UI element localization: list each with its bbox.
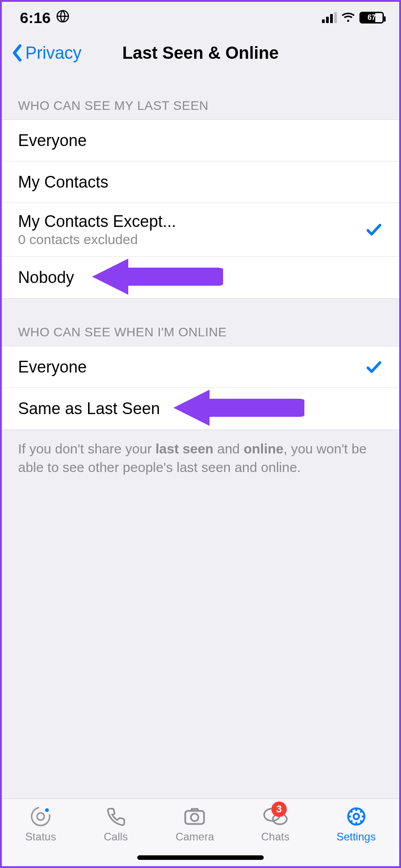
status-bar: 6:16 67 — [2, 2, 399, 33]
checkmark-icon — [365, 358, 383, 376]
nav-header: Privacy Last Seen & Online — [2, 33, 399, 72]
battery-level: 67 — [361, 14, 382, 22]
status-time: 6:16 — [20, 9, 51, 27]
svg-point-2 — [37, 813, 44, 820]
option-same-as-last-seen[interactable]: Same as Last Seen — [2, 388, 399, 429]
tab-label: Chats — [261, 830, 289, 843]
checkmark-icon — [365, 221, 383, 239]
tab-label: Status — [25, 830, 56, 843]
section-header-last-seen: WHO CAN SEE MY LAST SEEN — [2, 72, 399, 119]
tab-chats[interactable]: 3 Chats — [261, 805, 289, 843]
tab-calls[interactable]: Calls — [103, 805, 128, 843]
globe-icon — [56, 9, 70, 27]
svg-point-5 — [191, 814, 199, 821]
svg-point-3 — [45, 808, 49, 812]
tab-label: Settings — [336, 830, 376, 843]
home-indicator[interactable] — [137, 855, 264, 860]
status-left: 6:16 — [20, 9, 70, 27]
option-everyone-online[interactable]: Everyone — [2, 346, 399, 388]
back-button[interactable]: Privacy — [11, 43, 82, 63]
option-label: Same as Last Seen — [18, 399, 160, 418]
section-header-online: WHO CAN SEE WHEN I'M ONLINE — [2, 299, 399, 346]
chevron-left-icon — [11, 44, 23, 61]
annotation-arrow-icon — [88, 254, 223, 299]
camera-icon — [182, 805, 207, 828]
footer-note: If you don't share your last seen and on… — [2, 430, 399, 486]
status-icon — [28, 805, 53, 828]
chats-badge: 3 — [271, 802, 287, 817]
option-sublabel: 0 contacts excluded — [18, 232, 176, 247]
phone-icon — [103, 805, 128, 828]
tab-camera[interactable]: Camera — [176, 805, 214, 843]
wifi-icon — [341, 9, 355, 27]
svg-point-9 — [354, 814, 359, 819]
annotation-arrow-icon — [169, 385, 304, 430]
tab-label: Camera — [176, 830, 214, 843]
battery-icon: 67 — [359, 12, 384, 24]
gear-icon — [344, 805, 369, 828]
back-label: Privacy — [25, 43, 82, 63]
tab-bar: Status Calls Camera — [2, 798, 399, 866]
screen: 6:16 67 — [0, 0, 401, 868]
option-label: My Contacts Except... — [18, 212, 176, 231]
tab-label: Calls — [104, 830, 128, 843]
group-online: Everyone Same as Last Seen — [2, 346, 399, 430]
tab-status[interactable]: Status — [25, 805, 56, 843]
option-everyone-lastseen[interactable]: Everyone — [2, 120, 399, 161]
option-label: Nobody — [18, 268, 74, 287]
cellular-signal-icon — [322, 12, 337, 23]
option-my-contacts-except[interactable]: My Contacts Except... 0 contacts exclude… — [2, 203, 399, 257]
option-my-contacts[interactable]: My Contacts — [2, 161, 399, 203]
option-nobody[interactable]: Nobody — [2, 257, 399, 298]
option-label: My Contacts — [18, 173, 108, 192]
option-label: Everyone — [18, 358, 87, 377]
status-right: 67 — [322, 9, 384, 27]
group-last-seen: Everyone My Contacts My Contacts Except.… — [2, 119, 399, 299]
option-label: Everyone — [18, 131, 87, 150]
page-title: Last Seen & Online — [122, 43, 279, 63]
tab-settings[interactable]: Settings — [336, 805, 376, 843]
